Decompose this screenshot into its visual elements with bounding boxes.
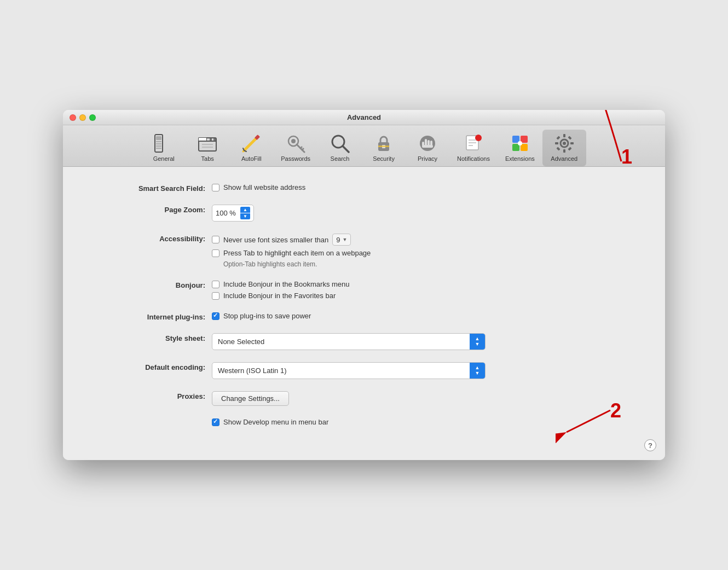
default-encoding-dropdown[interactable]: Western (ISO Latin 1) ▲ ▼ (212, 362, 486, 379)
show-full-address-checkbox[interactable] (212, 184, 219, 191)
svg-rect-53 (556, 136, 560, 139)
tab-notifications[interactable]: Notifications (449, 130, 498, 166)
zoom-value: 100 % (216, 209, 236, 217)
bonjour-bookmarks-label: Include Bonjour in the Bookmarks menu (223, 280, 350, 288)
encoding-arrow-down: ▼ (475, 371, 480, 376)
security-icon (373, 133, 394, 154)
encoding-arrow-up: ▲ (475, 365, 480, 370)
default-encoding-row: Default encoding: Western (ISO Latin 1) … (96, 362, 632, 379)
style-sheet-arrow-down: ▼ (475, 342, 480, 347)
default-encoding-dropdown-btn[interactable]: ▲ ▼ (470, 363, 485, 379)
stop-plugins-checkbox[interactable] (212, 312, 219, 320)
svg-rect-42 (512, 136, 519, 143)
svg-point-25 (291, 139, 296, 143)
tab-tabs[interactable]: Tabs (186, 130, 229, 166)
default-encoding-label: Default encoding: (96, 362, 205, 371)
smart-search-field-row: Smart Search Field: Show full website ad… (96, 183, 632, 193)
close-button[interactable] (70, 114, 76, 121)
internet-plugins-row: Internet plug-ins: Stop plug-ins to save… (96, 312, 632, 321)
bonjour-favorites-checkbox[interactable] (212, 292, 219, 300)
smart-search-field-control: Show full website address (212, 183, 305, 191)
tab-privacy[interactable]: Privacy (406, 130, 449, 166)
tab-privacy-label: Privacy (418, 155, 437, 162)
traffic-lights (70, 114, 96, 121)
svg-rect-45 (521, 144, 528, 151)
style-sheet-dropdown-btn[interactable]: ▲ ▼ (470, 334, 485, 350)
never-use-font-row: Never use font sizes smaller than 9 ▼ (212, 234, 371, 246)
bonjour-bookmarks-checkbox[interactable] (212, 281, 219, 288)
general-icon (153, 133, 174, 154)
tab-autofill-label: AutoFill (241, 155, 262, 162)
style-sheet-label: Style sheet: (96, 333, 205, 342)
default-encoding-control: Western (ISO Latin 1) ▲ ▼ (212, 362, 486, 379)
never-use-font-checkbox[interactable] (212, 236, 219, 243)
settings-content: Smart Search Field: Show full website ad… (63, 167, 665, 460)
tab-passwords-label: Passwords (281, 155, 310, 162)
accessibility-row: Accessibility: Never use font sizes smal… (96, 234, 632, 268)
accessibility-label: Accessibility: (96, 234, 205, 243)
notifications-icon (463, 133, 484, 154)
tab-autofill[interactable]: AutoFill (229, 130, 273, 166)
tab-notifications-label: Notifications (457, 155, 490, 162)
maximize-button[interactable] (89, 114, 96, 121)
stop-plugins-row: Stop plug-ins to save power (212, 312, 311, 320)
tab-search[interactable]: Search (318, 130, 362, 166)
tab-advanced[interactable]: Advanced (542, 130, 586, 166)
svg-rect-4 (156, 146, 161, 147)
tab-security[interactable]: Security (362, 130, 406, 166)
advanced-icon (554, 133, 575, 154)
page-zoom-row: Page Zoom: 100 % ▲ ▼ (96, 205, 632, 222)
option-tab-hint: Option-Tab highlights each item. (223, 260, 371, 268)
minimize-button[interactable] (79, 114, 86, 121)
bonjour-favorites-label: Include Bonjour in the Favorites bar (223, 292, 336, 300)
svg-rect-5 (156, 148, 161, 149)
show-develop-checkbox-row: Show Develop menu in menu bar (212, 418, 328, 426)
proxies-row: Proxies: Change Settings... (96, 391, 632, 406)
style-sheet-control: None Selected ▲ ▼ (212, 333, 486, 350)
bonjour-bookmarks-row: Include Bonjour in the Bookmarks menu (212, 280, 350, 288)
svg-rect-30 (378, 146, 389, 147)
press-tab-row: Press Tab to highlight each item on a we… (212, 249, 371, 257)
tab-general-label: General (153, 155, 175, 162)
svg-rect-1 (156, 136, 161, 140)
svg-rect-36 (422, 145, 433, 148)
change-settings-button[interactable]: Change Settings... (212, 391, 289, 406)
show-develop-checkbox[interactable] (212, 418, 219, 426)
autofill-icon (241, 133, 262, 154)
default-encoding-value: Western (ISO Latin 1) (212, 364, 470, 377)
main-window: Advanced General (63, 110, 665, 460)
internet-plugins-label: Internet plug-ins: (96, 312, 205, 321)
help-button[interactable]: ? (644, 439, 656, 451)
tabs-icon (197, 133, 218, 154)
svg-point-46 (518, 141, 522, 146)
zoom-selector[interactable]: 100 % ▲ ▼ (212, 205, 254, 222)
bonjour-row: Bonjour: Include Bonjour in the Bookmark… (96, 280, 632, 300)
font-size-selector[interactable]: 9 ▼ (332, 234, 351, 246)
zoom-stepper[interactable]: ▲ ▼ (240, 207, 250, 219)
press-tab-checkbox[interactable] (212, 249, 219, 257)
tab-tabs-label: Tabs (201, 155, 214, 162)
zoom-up-btn[interactable]: ▲ (240, 207, 250, 213)
show-develop-control: Show Develop menu in menu bar (212, 418, 328, 426)
titlebar: Advanced (63, 110, 665, 125)
bonjour-favorites-row: Include Bonjour in the Favorites bar (212, 292, 350, 300)
stop-plugins-label: Stop plug-ins to save power (223, 312, 311, 320)
zoom-down-btn[interactable]: ▼ (240, 213, 250, 219)
svg-rect-55 (556, 147, 560, 150)
svg-rect-54 (568, 136, 571, 139)
style-sheet-dropdown[interactable]: None Selected ▲ ▼ (212, 333, 486, 350)
tab-extensions[interactable]: Extensions (498, 130, 542, 166)
tab-passwords[interactable]: Passwords (273, 130, 318, 166)
svg-rect-44 (512, 144, 519, 151)
show-full-address-label: Show full website address (223, 183, 305, 191)
svg-rect-2 (156, 141, 161, 142)
accessibility-control: Never use font sizes smaller than 9 ▼ Pr… (212, 234, 371, 268)
svg-rect-50 (563, 149, 565, 153)
svg-rect-51 (555, 142, 558, 144)
tab-general[interactable]: General (142, 130, 186, 166)
proxies-control: Change Settings... (212, 391, 289, 406)
svg-rect-43 (521, 136, 528, 143)
font-size-value: 9 (336, 236, 340, 244)
svg-point-48 (563, 142, 566, 145)
style-sheet-arrow-up: ▲ (475, 336, 480, 341)
